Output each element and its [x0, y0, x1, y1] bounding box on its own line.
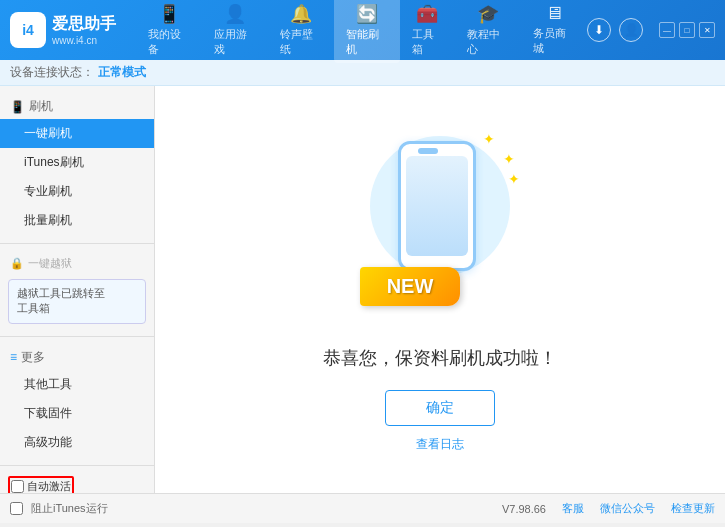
version-label: V7.98.66: [502, 503, 546, 515]
sparkle-icon-1: ✦: [503, 151, 515, 167]
app-games-icon: 👤: [224, 3, 246, 25]
sidebar-section-flash: 📱 刷机 一键刷机 iTunes刷机 专业刷机 批量刷机: [0, 90, 154, 239]
nav-service[interactable]: 🖥 务员商城: [521, 0, 587, 63]
sidebar-section-flash-header[interactable]: 📱 刷机: [0, 94, 154, 119]
success-illustration: NEW ✦ ✦ ✦: [360, 126, 520, 326]
sidebar-jb-warning: 越狱工具已跳转至工具箱: [8, 279, 146, 324]
toolbar: 设备连接状态： 正常模式: [0, 60, 725, 86]
nav-ringtone[interactable]: 🔔 铃声壁纸: [268, 0, 334, 63]
minimize-button[interactable]: —: [659, 22, 675, 38]
nav-tabs: 📱 我的设备 👤 应用游戏 🔔 铃声壁纸 🔄 智能刷机 🧰 工具箱 🎓 教程中心…: [136, 0, 587, 63]
customer-service-link[interactable]: 客服: [562, 501, 584, 516]
maximize-button[interactable]: □: [679, 22, 695, 38]
sidebar-section-jb-header: 🔒 一键越狱: [0, 252, 154, 275]
sidebar-item-other-tools[interactable]: 其他工具: [0, 370, 154, 399]
smart-flash-icon: 🔄: [356, 3, 378, 25]
nav-toolbox[interactable]: 🧰 工具箱: [400, 0, 455, 63]
wechat-link[interactable]: 微信公众号: [600, 501, 655, 516]
bottom-bar: 阻止iTunes运行 V7.98.66 客服 微信公众号 检查更新: [0, 493, 725, 523]
sparkle-icon-3: ✦: [508, 171, 520, 187]
nav-smart-flash[interactable]: 🔄 智能刷机: [334, 0, 400, 63]
device-options-panel: 自动激活 跳过向导 📱 iPhone 15 Pro Max 512GB iPho…: [0, 470, 154, 493]
sidebar-section-jailbreak: 🔒 一键越狱 越狱工具已跳转至工具箱: [0, 248, 154, 332]
nav-app-games[interactable]: 👤 应用游戏: [202, 0, 268, 63]
sidebar-divider-3: [0, 465, 154, 466]
itunes-label: 阻止iTunes运行: [31, 501, 108, 516]
toolbox-icon: 🧰: [416, 3, 438, 25]
itunes-control: 阻止iTunes运行: [10, 501, 108, 516]
sidebar-item-pro-flash[interactable]: 专业刷机: [0, 177, 154, 206]
brand-name: 爱思助手: [52, 14, 116, 35]
sidebar-divider-1: [0, 243, 154, 244]
brand-url: www.i4.cn: [52, 35, 116, 46]
view-log-link[interactable]: 查看日志: [416, 436, 464, 453]
sidebar-item-advanced[interactable]: 高级功能: [0, 428, 154, 457]
new-badge: NEW: [360, 267, 460, 306]
service-icon: 🖥: [545, 3, 563, 24]
sidebar-item-batch-flash[interactable]: 批量刷机: [0, 206, 154, 235]
phone-body: [398, 141, 476, 271]
auto-activate-checkbox-label[interactable]: 自动激活: [11, 479, 71, 493]
phone-screen: [406, 156, 468, 256]
nav-tutorial[interactable]: 🎓 教程中心: [455, 0, 521, 63]
sidebar: 📱 刷机 一键刷机 iTunes刷机 专业刷机 批量刷机 🔒 一键越狱: [0, 86, 155, 493]
download-button[interactable]: ⬇: [587, 18, 611, 42]
my-device-icon: 📱: [158, 3, 180, 25]
flash-section-icon: 📱: [10, 100, 25, 114]
nav-my-device[interactable]: 📱 我的设备: [136, 0, 202, 63]
ringtone-icon: 🔔: [290, 3, 312, 25]
auto-activate-checkbox[interactable]: [11, 480, 24, 493]
check-update-link[interactable]: 检查更新: [671, 501, 715, 516]
logo: i4 爱思助手 www.i4.cn: [10, 12, 116, 48]
device-checkboxes: 自动激活 跳过向导: [8, 476, 146, 493]
confirm-button[interactable]: 确定: [385, 390, 495, 426]
sidebar-item-itunes-flash[interactable]: iTunes刷机: [0, 148, 154, 177]
toolbar-status: 正常模式: [98, 64, 146, 81]
new-badge-text: NEW: [387, 275, 434, 298]
header: i4 爱思助手 www.i4.cn 📱 我的设备 👤 应用游戏 🔔 铃声壁纸 🔄…: [0, 0, 725, 60]
main-content: NEW ✦ ✦ ✦ 恭喜您，保资料刷机成功啦！ 确定 查看日志: [155, 86, 725, 493]
logo-icon: i4: [10, 12, 46, 48]
success-message: 恭喜您，保资料刷机成功啦！: [323, 346, 557, 370]
sidebar-section-more: ≡ 更多 其他工具 下载固件 高级功能: [0, 341, 154, 461]
window-controls: — □ ✕: [659, 22, 715, 38]
sidebar-item-onekey-flash[interactable]: 一键刷机: [0, 119, 154, 148]
header-actions: ⬇ 👤 — □ ✕: [587, 18, 715, 42]
itunes-checkbox[interactable]: [10, 502, 23, 515]
jb-lock-icon: 🔒: [10, 257, 24, 270]
sidebar-divider-2: [0, 336, 154, 337]
tutorial-icon: 🎓: [477, 3, 499, 25]
user-button[interactable]: 👤: [619, 18, 643, 42]
phone-illustration: NEW ✦ ✦ ✦: [360, 126, 520, 326]
sidebar-section-more-header[interactable]: ≡ 更多: [0, 345, 154, 370]
bottom-right-links: V7.98.66 客服 微信公众号 检查更新: [502, 501, 715, 516]
main-layout: 📱 刷机 一键刷机 iTunes刷机 专业刷机 批量刷机 🔒 一键越狱: [0, 86, 725, 493]
phone-notch: [418, 148, 438, 154]
checkbox-red-border: 自动激活 跳过向导: [8, 476, 74, 493]
sparkle-icon-2: ✦: [483, 131, 495, 147]
more-section-icon: ≡: [10, 350, 17, 364]
toolbar-prefix: 设备连接状态：: [10, 64, 94, 81]
logo-text: 爱思助手 www.i4.cn: [52, 14, 116, 46]
sidebar-item-download-firmware[interactable]: 下载固件: [0, 399, 154, 428]
close-button[interactable]: ✕: [699, 22, 715, 38]
